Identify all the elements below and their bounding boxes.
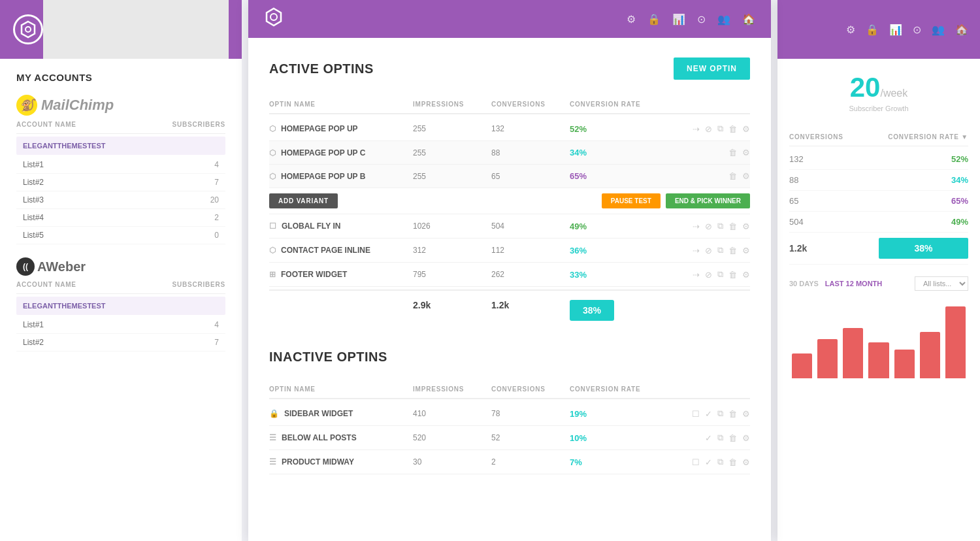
- share-icon[interactable]: ⇢: [693, 124, 700, 134]
- share-icon[interactable]: ⇢: [693, 246, 700, 255]
- mailchimp-name: MailChimp: [41, 97, 114, 114]
- nav-help-icon[interactable]: ⊙: [697, 13, 706, 25]
- delete-icon[interactable]: 🗑: [728, 246, 737, 255]
- svg-marker-2: [267, 8, 281, 25]
- list-count: 20: [210, 195, 219, 205]
- delete-icon[interactable]: 🗑: [728, 409, 737, 419]
- growth-display: 20/week: [789, 72, 968, 103]
- nav-stats-icon[interactable]: 📊: [889, 24, 902, 36]
- nav-users-icon[interactable]: 👥: [932, 24, 945, 36]
- nav-lock-icon[interactable]: 🔒: [647, 13, 661, 25]
- optin-name: ☐ GLOBAL FLY IN: [269, 221, 413, 231]
- copy-icon[interactable]: ⧉: [717, 457, 723, 467]
- enable-icon[interactable]: ☐: [692, 409, 700, 419]
- optin-impressions: 255: [413, 172, 491, 181]
- list-item[interactable]: List#4 2: [16, 209, 225, 227]
- optin-conversions: 112: [491, 246, 570, 255]
- delete-icon[interactable]: 🗑: [728, 124, 737, 134]
- copy-icon[interactable]: ⧉: [717, 221, 723, 231]
- list-item[interactable]: List#5 0: [16, 227, 225, 244]
- r-total-conversions: 1.2k: [789, 243, 879, 254]
- check-icon[interactable]: ✓: [705, 457, 712, 467]
- growth-label: Subscriber Growth: [789, 105, 968, 112]
- copy-icon[interactable]: ⧉: [717, 123, 723, 134]
- nav-users-icon[interactable]: 👥: [717, 13, 730, 25]
- optin-rate: 7%: [570, 457, 674, 467]
- pause-icon[interactable]: ⊘: [705, 221, 712, 231]
- share-icon[interactable]: ⇢: [693, 270, 700, 280]
- mailchimp-table-header: ACCOUNT NAME SUBSCRIBERS: [16, 116, 225, 134]
- nav-home-icon[interactable]: 🏠: [955, 24, 968, 36]
- settings-icon[interactable]: ⚙: [742, 148, 750, 157]
- logo-icon: [13, 14, 43, 44]
- settings-icon[interactable]: ⚙: [742, 246, 750, 255]
- period-12-btn[interactable]: LAST 12 MONTH: [825, 280, 882, 287]
- delete-icon[interactable]: 🗑: [728, 270, 737, 280]
- nav-stats-icon[interactable]: 📊: [672, 13, 685, 25]
- settings-icon[interactable]: ⚙: [742, 433, 750, 443]
- settings-icon[interactable]: ⚙: [742, 221, 750, 231]
- settings-icon[interactable]: ⚙: [742, 457, 750, 467]
- action-icons: 🗑 ⚙: [674, 171, 750, 181]
- new-optin-button[interactable]: NEW OPTIN: [674, 57, 750, 80]
- nav-settings-icon[interactable]: ⚙: [627, 13, 636, 25]
- check-icon[interactable]: ✓: [705, 433, 712, 443]
- delete-icon[interactable]: 🗑: [728, 171, 737, 181]
- list-item[interactable]: List#1 4: [16, 156, 225, 174]
- delete-icon[interactable]: 🗑: [728, 433, 737, 443]
- right-table-row: 504 49%: [789, 212, 968, 233]
- optin-impressions: 1026: [413, 221, 491, 231]
- pause-icon[interactable]: ⊘: [705, 246, 712, 255]
- share-icon[interactable]: ⇢: [693, 221, 700, 231]
- nav-home-icon[interactable]: 🏠: [742, 13, 755, 25]
- action-icons: 🗑 ⚙: [674, 148, 750, 157]
- mc-account-group[interactable]: ELEGANTTHEMESTEST: [16, 137, 225, 155]
- aw-account-group[interactable]: ELEGANTTHEMESTEST: [16, 297, 225, 315]
- pause-icon[interactable]: ⊘: [705, 124, 712, 134]
- optin-conversions: 132: [491, 124, 570, 133]
- settings-icon[interactable]: ⚙: [742, 409, 750, 419]
- nav-help-icon[interactable]: ⊙: [913, 24, 921, 36]
- list-select[interactable]: All lists...: [915, 276, 968, 291]
- pause-icon[interactable]: ⊘: [705, 270, 712, 280]
- list-name: List#5: [23, 231, 44, 240]
- enable-icon[interactable]: ☐: [692, 457, 700, 467]
- table-header: OPTIN NAME IMPRESSIONS CONVERSIONS CONVE…: [269, 95, 750, 114]
- copy-icon[interactable]: ⧉: [717, 433, 723, 443]
- copy-icon[interactable]: ⧉: [717, 408, 723, 419]
- delete-icon[interactable]: 🗑: [728, 221, 737, 231]
- delete-icon[interactable]: 🗑: [728, 457, 737, 467]
- list-item[interactable]: List#2 7: [16, 174, 225, 191]
- settings-icon[interactable]: ⚙: [742, 270, 750, 280]
- copy-icon[interactable]: ⧉: [717, 245, 723, 255]
- nav-lock-icon[interactable]: 🔒: [866, 24, 879, 36]
- copy-icon[interactable]: ⧉: [717, 269, 723, 280]
- end-pick-button[interactable]: END & PICK WINNER: [666, 193, 750, 208]
- right-panel: ⚙ 🔒 📊 ⊙ 👥 🏠 20/week Subscriber Growth CO…: [777, 0, 980, 541]
- list-item[interactable]: List#2 7: [16, 334, 225, 352]
- settings-icon[interactable]: ⚙: [742, 124, 750, 134]
- center-logo: [264, 7, 284, 31]
- settings-icon[interactable]: ⚙: [742, 171, 750, 181]
- check-icon[interactable]: ✓: [705, 409, 712, 419]
- list-item[interactable]: List#3 20: [16, 191, 225, 209]
- optin-rate: 33%: [570, 270, 674, 280]
- col-impressions: IMPRESSIONS: [413, 101, 491, 108]
- optin-rate: 65%: [570, 171, 674, 181]
- nav-settings-icon[interactable]: ⚙: [846, 24, 855, 36]
- r-conversions: 65: [789, 196, 879, 206]
- right-table-row: 65 65%: [789, 191, 968, 212]
- r-rate: 52%: [879, 154, 968, 164]
- variant-controls: ADD VARIANT PAUSE TEST END & PICK WINNER: [269, 188, 750, 214]
- list-item[interactable]: List#1 4: [16, 316, 225, 334]
- pause-test-button[interactable]: PAUSE TEST: [602, 193, 661, 208]
- period-30-btn[interactable]: 30 DAYS: [789, 280, 819, 287]
- popup-icon: ⬡: [269, 172, 276, 181]
- total-rate: 38%: [570, 300, 614, 321]
- aweber-logo: (( AWeber: [16, 257, 225, 276]
- add-variant-button[interactable]: ADD VARIANT: [269, 193, 338, 208]
- col-impressions: IMPRESSIONS: [413, 385, 491, 393]
- delete-icon[interactable]: 🗑: [728, 148, 737, 157]
- optin-name: ☰ PRODUCT MIDWAY: [269, 457, 413, 467]
- optin-impressions: 30: [413, 457, 491, 467]
